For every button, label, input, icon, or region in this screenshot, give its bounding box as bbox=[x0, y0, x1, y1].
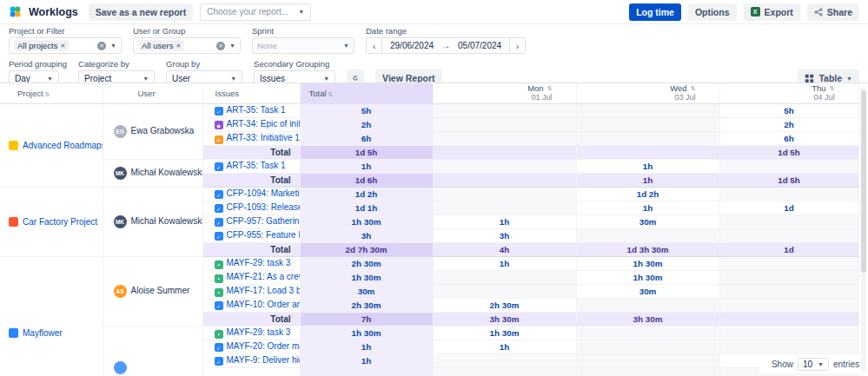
issue-cell: ✓ART-35: Task 1 bbox=[202, 159, 300, 173]
pagination: Show 10 ▼ entries bbox=[759, 355, 861, 373]
column-header-total[interactable]: Total⇅ bbox=[300, 83, 433, 103]
chip-remove-icon[interactable]: ✕ bbox=[60, 43, 65, 49]
issue-link[interactable]: MAYF-17: Load 3 barrel... bbox=[227, 286, 301, 295]
day-value-cell: 1h bbox=[576, 201, 719, 214]
date-range-label: Date range bbox=[366, 27, 526, 36]
export-button[interactable]: X Export bbox=[744, 3, 800, 21]
issue-cell: ▪MAYF-29: task 3 bbox=[202, 326, 300, 340]
task-issue-type-icon: ✓ bbox=[215, 107, 223, 115]
issue-link[interactable]: ART-33: Initiative 1 bbox=[227, 133, 300, 142]
issue-link[interactable]: ART-35: Task 1 bbox=[227, 161, 286, 170]
date-to-value[interactable]: 05/07/2024 bbox=[450, 41, 509, 50]
project-avatar-icon bbox=[9, 217, 18, 227]
user-filter-chip: All users ✕ bbox=[138, 40, 184, 51]
save-report-button[interactable]: Save as a new report bbox=[89, 3, 193, 21]
project-link[interactable]: Car Factory Project bbox=[23, 217, 97, 227]
table-row: ▪MAYF-29: task 31h 30m1h 30m bbox=[0, 326, 858, 340]
task-issue-type-icon: ✓ bbox=[215, 357, 223, 366]
issue-link[interactable]: MAYF-10: Order and d... bbox=[227, 300, 301, 309]
day-value-cell bbox=[576, 228, 719, 242]
chip-remove-icon[interactable]: ✕ bbox=[176, 43, 181, 49]
issue-cell: ✓MAYF-10: Order and d... bbox=[202, 298, 300, 312]
day-value-cell bbox=[719, 312, 858, 326]
chevron-down-icon: ▼ bbox=[846, 76, 852, 82]
epic-issue-type-icon: ◆ bbox=[215, 121, 223, 129]
task-issue-type-icon: ✓ bbox=[215, 343, 223, 352]
options-button[interactable]: Options bbox=[688, 3, 737, 21]
day-value-cell: 1d bbox=[719, 242, 858, 256]
project-filter-label: Project or Filter bbox=[9, 27, 122, 36]
task-issue-type-icon: ✓ bbox=[215, 204, 223, 213]
log-time-button[interactable]: Log time bbox=[629, 3, 681, 21]
story-issue-type-icon: ▪ bbox=[215, 288, 223, 297]
issue-cell: ✓MAYF-20: Order materia... bbox=[202, 340, 300, 353]
day-value-cell: 1h 30m bbox=[433, 326, 576, 340]
user-filter-select[interactable]: All users ✕ ✕ ▼ bbox=[133, 37, 241, 54]
issue-link[interactable]: ART-34: Epic of initiative bbox=[227, 119, 301, 129]
sprint-filter-select[interactable]: None ▼ bbox=[252, 37, 354, 54]
initiative-issue-type-icon: ▲ bbox=[215, 135, 223, 144]
choose-report-select[interactable]: Choose your report... ▼ bbox=[200, 3, 311, 21]
column-header-issues[interactable]: Issues bbox=[202, 83, 300, 103]
column-header-day-mon[interactable]: Mon⇅ 01 Jul bbox=[433, 83, 576, 103]
issue-cell: ✓MAYF-9: Deliver high q... bbox=[202, 353, 300, 367]
issue-cell: ✓CFP-1094: Marketing C... bbox=[202, 187, 300, 201]
day-value-cell bbox=[719, 228, 858, 242]
issue-link[interactable]: MAYF-29: task 3 bbox=[227, 327, 291, 337]
issue-link[interactable]: CFP-1093: Release Proc... bbox=[227, 202, 301, 212]
task-issue-type-icon: ✓ bbox=[215, 232, 223, 241]
day-value-cell bbox=[433, 270, 576, 284]
user-avatar: AS bbox=[114, 285, 127, 298]
column-header-project[interactable]: Project⇅ bbox=[0, 83, 103, 103]
date-range-control: ‹ 29/06/2024 → 05/07/2024 › bbox=[366, 37, 526, 54]
issue-cell: ✓CFP-957: Gathering Data bbox=[202, 214, 300, 228]
day-value-cell bbox=[576, 145, 719, 159]
project-link[interactable]: Mayflower bbox=[23, 328, 63, 338]
day-value-cell bbox=[576, 103, 719, 117]
project-link[interactable]: Advanced Roadmaps ... bbox=[23, 141, 103, 150]
day-value-cell: 1h bbox=[433, 256, 576, 270]
prev-period-button[interactable]: ‹ bbox=[367, 38, 382, 53]
issue-link[interactable]: MAYF-21: As a crew me... bbox=[227, 272, 301, 281]
total-value-cell: 1h 30m bbox=[300, 270, 433, 284]
column-header-day-thu[interactable]: Thu⇅ 04 Jul bbox=[719, 83, 858, 103]
clear-icon[interactable]: ✕ bbox=[216, 42, 225, 50]
day-value-cell: 1h 30m bbox=[576, 256, 719, 270]
task-issue-type-icon: ✓ bbox=[215, 190, 223, 199]
day-value-cell bbox=[576, 117, 719, 131]
clear-icon[interactable]: ✕ bbox=[97, 42, 106, 50]
next-period-button[interactable]: › bbox=[509, 38, 525, 53]
issue-link[interactable]: CFP-955: Feature Imple... bbox=[227, 230, 301, 240]
day-value-cell bbox=[719, 298, 858, 312]
share-button[interactable]: Share bbox=[807, 3, 859, 21]
issue-link[interactable]: MAYF-29: task 3 bbox=[227, 258, 291, 267]
issue-link[interactable]: MAYF-9: Deliver high q... bbox=[227, 355, 301, 365]
total-value-cell: 2h bbox=[300, 117, 433, 131]
issue-link[interactable]: CFP-957: Gathering Data bbox=[227, 216, 301, 226]
issue-cell: ✓CFP-955: Feature Imple... bbox=[202, 228, 300, 242]
user-cell: EGEwa Grabowska bbox=[103, 103, 202, 159]
vertical-scrollbar-thumb[interactable] bbox=[861, 90, 866, 273]
chevron-down-icon: ▼ bbox=[230, 76, 236, 82]
issue-link[interactable]: CFP-1094: Marketing C... bbox=[227, 188, 301, 198]
column-header-day-wed[interactable]: Wed⇅ 03 Jul bbox=[576, 83, 719, 103]
chevron-down-icon: ▼ bbox=[110, 43, 116, 49]
issue-link[interactable]: MAYF-20: Order materia... bbox=[227, 341, 301, 351]
page-size-select[interactable]: 10 ▼ bbox=[798, 358, 829, 371]
column-header-user[interactable]: User bbox=[103, 83, 202, 103]
day-value-cell bbox=[576, 131, 719, 145]
chevron-down-icon: ▼ bbox=[323, 76, 329, 82]
day-value-cell: 30m bbox=[576, 214, 719, 228]
issue-link[interactable]: ART-35: Task 1 bbox=[227, 105, 286, 115]
total-label: Total bbox=[202, 312, 300, 326]
day-value-cell bbox=[433, 187, 576, 201]
day-value-cell: 3h 30m bbox=[576, 312, 719, 326]
worklogs-app: Worklogs Save as a new report Choose you… bbox=[0, 0, 868, 376]
day-value-cell bbox=[433, 353, 576, 367]
project-filter-select[interactable]: All projects ✕ ✕ ▼ bbox=[9, 37, 122, 54]
day-value-cell: 3h 30m bbox=[433, 312, 576, 326]
user-avatar: MK bbox=[114, 167, 127, 180]
total-value-cell: 1d 2h bbox=[300, 187, 433, 201]
date-from-value[interactable]: 29/06/2024 bbox=[382, 41, 441, 50]
user-cell: MKMichał Kowalewski bbox=[103, 187, 202, 256]
